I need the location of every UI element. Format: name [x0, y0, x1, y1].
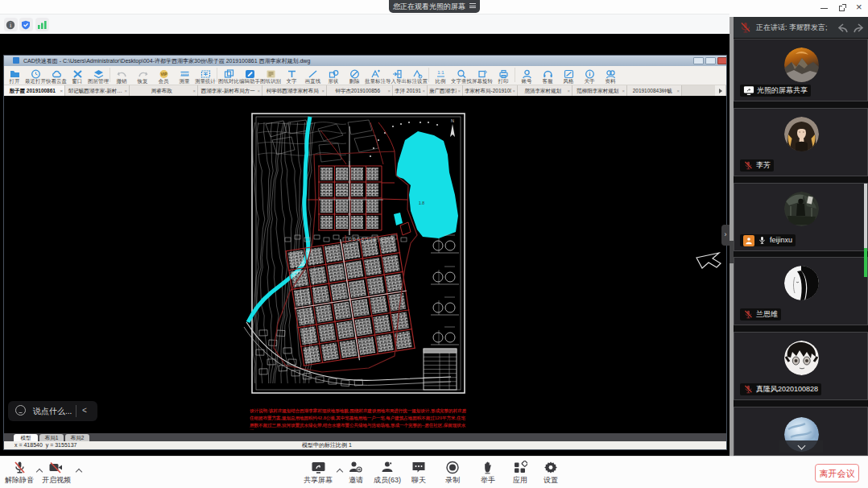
svg-text:VIP: VIP [160, 72, 167, 77]
svg-text:1:1: 1:1 [437, 70, 444, 75]
svg-text:1.8: 1.8 [419, 201, 424, 205]
svg-text:N: N [451, 118, 454, 123]
